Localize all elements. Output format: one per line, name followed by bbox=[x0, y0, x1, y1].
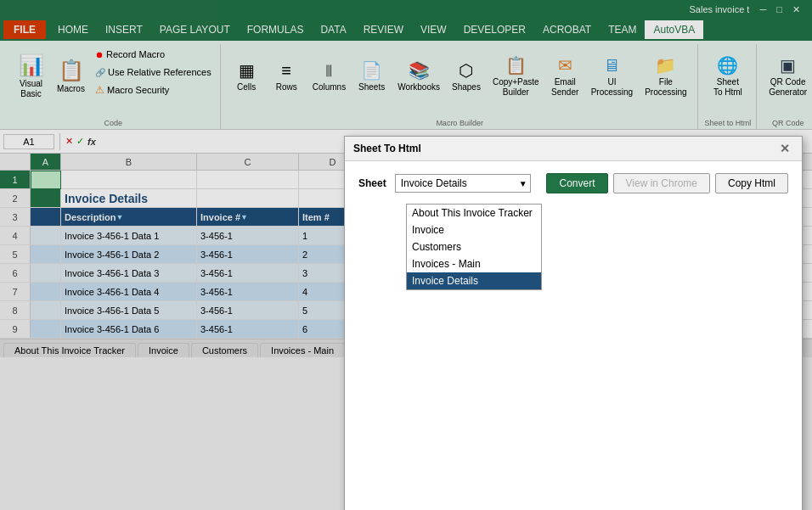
dropdown-item-invoice-details[interactable]: Invoice Details bbox=[407, 272, 541, 289]
modal-body: Sheet About This Invoice Tracker Invoice… bbox=[345, 161, 802, 357]
convert-button[interactable]: Convert bbox=[546, 173, 607, 193]
sheet-to-html-dialog: Sheet To Html ✕ Sheet About This Invoice… bbox=[344, 136, 803, 357]
sheet-selector-row: Sheet About This Invoice Tracker Invoice… bbox=[358, 173, 788, 193]
dropdown-item-about[interactable]: About This Invoice Tracker bbox=[407, 205, 541, 221]
modal-content-area bbox=[358, 290, 788, 357]
modal-title: Sheet To Html bbox=[353, 143, 421, 154]
sheet-dropdown-list: About This Invoice Tracker Invoice Custo… bbox=[406, 204, 542, 290]
modal-title-bar: Sheet To Html ✕ bbox=[345, 137, 802, 161]
view-in-chrome-button[interactable]: View in Chrome bbox=[613, 173, 710, 193]
sheet-select-dropdown[interactable]: About This Invoice Tracker Invoice Custo… bbox=[395, 174, 531, 193]
modal-action-buttons: Convert View in Chrome Copy Html bbox=[546, 173, 788, 193]
dropdown-item-invoices-main[interactable]: Invoices - Main bbox=[407, 255, 541, 272]
copy-html-button[interactable]: Copy Html bbox=[715, 173, 788, 193]
sheet-select-wrapper: About This Invoice Tracker Invoice Custo… bbox=[395, 174, 531, 193]
sheet-label: Sheet bbox=[358, 177, 386, 189]
modal-close-button[interactable]: ✕ bbox=[776, 142, 793, 155]
dropdown-item-invoice[interactable]: Invoice bbox=[407, 221, 541, 238]
dropdown-item-customers[interactable]: Customers bbox=[407, 238, 541, 255]
